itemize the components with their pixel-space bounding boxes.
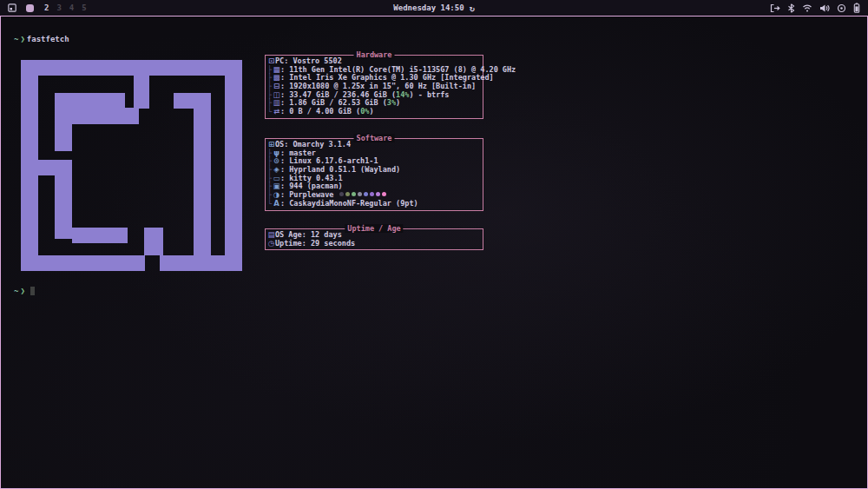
workspace-5[interactable]: 5 [82,3,86,12]
logout-icon[interactable] [770,3,780,13]
row-value: ) [396,98,400,107]
row-value: 3% [387,98,396,107]
row-label: PC: [275,56,288,65]
row-value: Omarchy 3.1.4 [288,140,351,149]
menu-icon[interactable] [8,3,16,12]
fastfetch-box-uptime-age: Uptime / Age▤OS Age: 12 days◷Uptime: 29 … [265,228,483,250]
prompt-line-2: ~❯ [14,287,35,295]
row-label: OS: [275,140,288,149]
prompt-arrow: ❯ [18,287,26,295]
row-value: : Purplewave [280,190,339,199]
row-value: ) - btrfs [409,90,449,99]
theme-color-dot [364,192,368,196]
theme-color-dot [352,192,356,196]
row-label: Uptime: [275,239,306,248]
row-value: 12 days [306,230,342,239]
theme-color-dot [382,192,386,196]
clock[interactable]: Wednesday 14:50 ↻ [393,3,474,13]
row-value: 14% [396,90,409,99]
row-value: : CaskaydiaMonoNF-Regular (9pt) [280,199,418,208]
row-value: ) [369,107,373,116]
row-value: 29 seconds [306,239,355,248]
workspace-switcher: 2 3 4 5 [0,3,95,12]
fastfetch-row: ◷Uptime: 29 seconds [267,240,483,248]
workspace-2[interactable]: 2 [44,3,49,12]
bluetooth-icon[interactable] [787,3,795,13]
row-value: : 944 (pacman) [280,182,343,190]
fastfetch-box-hardware: Hardware⊡PC: Vostro 5502├▦: 11th Gen Int… [265,55,483,119]
row-value: Vostro 5502 [288,56,341,65]
fastfetch-row: └⇄: 0 B / 4.00 GiB (0%) [267,108,483,116]
update-icon[interactable]: ↻ [470,3,475,13]
row-value: : Intel Iris Xe Graphics @ 1.30 GHz [Int… [280,73,494,82]
box-title-software: Software [354,134,395,142]
workspace-4[interactable]: 4 [69,3,74,12]
omarchy-logo [21,60,242,271]
workspace-3[interactable]: 3 [56,3,61,12]
font-icon: A [273,200,280,208]
theme-color-dot [358,192,362,196]
box-title-uptime-age: Uptime / Age [345,224,403,233]
box-title-hardware: Hardware [354,50,395,59]
wifi-icon[interactable] [802,3,812,12]
theme-color-dot [370,192,374,196]
topbar: 2 3 4 5 Wednesday 14:50 ↻ [0,0,868,16]
clock-label: Wednesday 14:50 [393,3,464,12]
fastfetch-row: └A: CaskaydiaMonoNF-Regular (9pt) [267,200,483,208]
row-value: : 33.47 GiB / 236.46 GiB ( [280,90,396,99]
battery-icon[interactable] [853,3,860,13]
volume-icon[interactable] [819,3,830,13]
theme-color-dot [339,192,344,196]
theme-color-dot [345,192,350,196]
row-value: : 1920x1080 @ 1.25x in 15", 60 Hz [Built… [280,82,476,90]
row-value: 0% [360,107,369,116]
record-icon[interactable] [837,3,846,13]
prompt-arrow: ❯ [18,35,26,43]
workspace-active-indicator[interactable] [26,4,34,12]
fastfetch-box-software: Software⊞OS: Omarchy 3.1.4├ψ: master├⊙: … [265,138,483,211]
row-value: : 1.86 GiB / 62.53 GiB ( [280,98,387,107]
row-value: : 0 B / 4.00 GiB ( [280,107,360,116]
row-value: : master [280,149,316,157]
terminal-window[interactable]: ~❯fastfetch Hardware⊡PC: Vostro 5502├▦: … [0,16,868,489]
clock-icon: ◷ [267,240,275,248]
row-value: : 11th Gen Intel(R) Core(TM) i5-1135G7 (… [280,65,516,74]
theme-color-dot [376,192,380,196]
row-value: : Hyprland 0.51.1 (Wayland) [280,165,400,174]
status-tray [770,0,868,16]
swap-icon: ⇄ [273,108,280,116]
text-cursor [30,287,35,295]
row-value: : Linux 6.17.6-arch1-1 [280,156,378,165]
prompt-line: ~❯fastfetch [14,35,69,43]
row-value: : kitty 0.43.1 [280,174,343,182]
row-label: OS Age: [275,230,306,239]
prompt-command: fastfetch [27,35,69,43]
